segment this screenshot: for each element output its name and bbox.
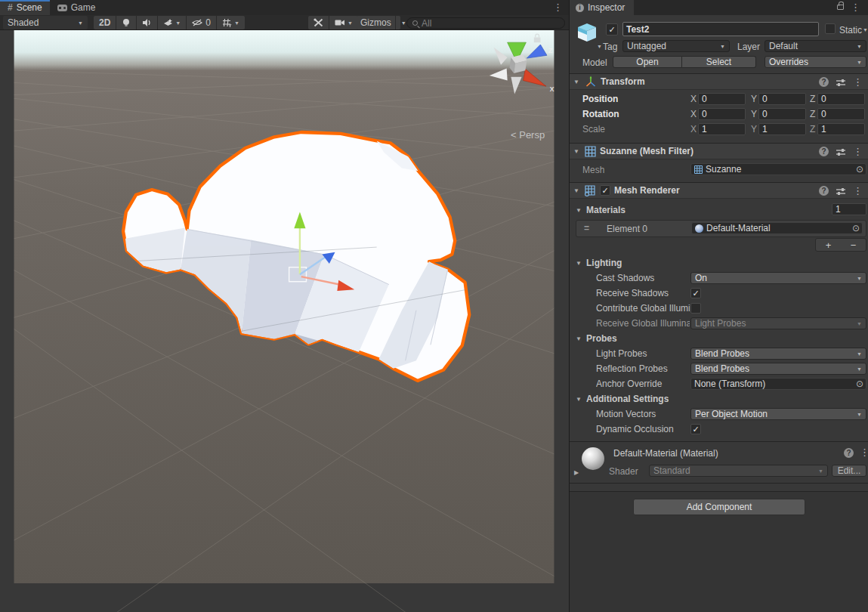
foldout-icon[interactable]: ▼ (573, 187, 581, 194)
kebab-menu-icon[interactable]: ⋮ (853, 76, 863, 88)
scale-x-field[interactable]: 1 (698, 123, 746, 135)
overrides-dropdown[interactable]: Overrides ▼ (765, 56, 866, 68)
position-y-field[interactable]: 0 (758, 93, 806, 105)
object-picker-icon[interactable]: ⊙ (852, 223, 860, 233)
add-material-button[interactable]: + (816, 239, 841, 251)
additional-settings-section[interactable]: ▼ Additional Settings (570, 392, 868, 406)
icon-dropdown-caret[interactable]: ▼ (597, 44, 602, 49)
chevron-down-icon[interactable]: ▼ (175, 20, 181, 26)
rotation-z-value: 0 (821, 109, 826, 119)
position-z-field[interactable]: 0 (817, 93, 865, 105)
mesh-renderer-enabled-checkbox[interactable]: ✓ (600, 185, 610, 196)
mesh-filter-header[interactable]: ▼ Suzanne (Mesh Filter) ? ⋮ (570, 143, 868, 159)
mesh-filter-title: Suzanne (Mesh Filter) (600, 146, 693, 156)
light-probes-dropdown[interactable]: Blend Probes ▼ (690, 348, 866, 360)
tab-scene[interactable]: # Scene (0, 0, 50, 15)
gameobject-name: Test2 (626, 24, 649, 35)
model-select-button[interactable]: Select (682, 56, 756, 68)
probes-section[interactable]: ▼ Probes (570, 332, 868, 346)
material-element-row[interactable]: = Element 0 Default-Material ⊙ (576, 220, 866, 237)
receive-shadows-checkbox[interactable]: ✓ (690, 288, 701, 298)
position-x-field[interactable]: 0 (698, 93, 746, 105)
help-icon[interactable]: ? (819, 77, 829, 87)
material-foldout-icon[interactable]: ▶ (574, 469, 582, 476)
tab-inspector[interactable]: i Inspector (570, 0, 634, 15)
material-preview-sphere[interactable] (582, 447, 604, 470)
foldout-icon[interactable]: ▼ (573, 79, 581, 85)
help-icon[interactable]: ? (844, 448, 854, 458)
static-checkbox[interactable] (825, 23, 836, 34)
rotation-y-field[interactable]: 0 (758, 108, 806, 120)
kebab-menu-icon[interactable]: ⋮ (860, 447, 868, 458)
remove-material-button[interactable]: − (841, 239, 866, 251)
inspector-menu-icon[interactable]: ⋮ (851, 2, 860, 13)
scene-search-input[interactable]: All (406, 17, 565, 29)
shader-edit-button[interactable]: Edit... (832, 465, 866, 477)
mesh-row: Mesh Suzanne ⊙ (570, 163, 868, 178)
scene-viewport[interactable]: x z < Persp (0, 30, 568, 612)
active-checkbox[interactable]: ✓ (606, 23, 618, 36)
scale-z-field[interactable]: 1 (817, 123, 865, 135)
add-component-button[interactable]: Add Component (633, 499, 805, 515)
scene-tab-menu-icon[interactable]: ⋮ (553, 2, 563, 13)
foldout-icon[interactable]: ▼ (576, 260, 583, 267)
shading-mode-dropdown[interactable]: Shaded ▼ (3, 16, 88, 29)
object-picker-icon[interactable]: ⊙ (856, 164, 863, 175)
motion-vectors-dropdown[interactable]: Per Object Motion ▼ (690, 408, 866, 420)
prefab-cube-icon[interactable] (576, 21, 598, 44)
mesh-object-field[interactable]: Suzanne ⊙ (690, 163, 866, 175)
static-dropdown-caret[interactable]: ▼ (863, 27, 868, 32)
scene-tools-button[interactable] (308, 16, 329, 29)
help-icon[interactable]: ? (819, 147, 829, 156)
probes-label: Probes (586, 333, 617, 344)
presets-icon[interactable] (836, 187, 846, 196)
contribute-gi-checkbox[interactable] (690, 303, 701, 314)
help-icon[interactable]: ? (819, 186, 829, 196)
hidden-objects-button[interactable]: 0 (187, 16, 217, 29)
object-picker-icon[interactable]: ⊙ (856, 379, 863, 389)
element0-object-field[interactable]: Default-Material ⊙ (691, 222, 863, 234)
dynamic-occlusion-checkbox[interactable]: ✓ (690, 424, 701, 434)
materials-count-field[interactable]: 1 (832, 203, 866, 215)
toggle-2d-button[interactable]: 2D (94, 16, 116, 29)
tab-game[interactable]: Game (50, 0, 103, 15)
receive-gi-label: Receive Global Illumination (596, 318, 690, 329)
scene-camera-button[interactable]: ▼ (329, 16, 358, 29)
foldout-icon[interactable]: ▼ (576, 207, 583, 214)
drag-handle-icon[interactable]: = (584, 223, 589, 233)
lighting-toggle-button[interactable] (116, 16, 137, 29)
anchor-override-field[interactable]: None (Transform) ⊙ (690, 378, 866, 390)
kebab-menu-icon[interactable]: ⋮ (853, 185, 863, 196)
transform-header[interactable]: ▼ Transform ? ⋮ (570, 73, 868, 90)
presets-icon[interactable] (836, 78, 846, 87)
audio-toggle-button[interactable] (137, 16, 158, 29)
lighting-section[interactable]: ▼ Lighting (570, 256, 868, 270)
mesh-renderer-header[interactable]: ▼ ✓ Mesh Renderer ? ⋮ (570, 182, 868, 199)
reflection-probes-dropdown[interactable]: Blend Probes ▼ (690, 363, 866, 375)
tag-dropdown[interactable]: Untagged ▼ (622, 40, 730, 52)
foldout-icon[interactable]: ▼ (576, 396, 583, 403)
presets-icon[interactable] (836, 147, 846, 156)
rotation-z-field[interactable]: 0 (817, 108, 865, 120)
effects-toggle-button[interactable]: ▼ (158, 16, 187, 29)
position-label: Position (582, 94, 618, 104)
chevron-down-icon[interactable]: ▼ (234, 20, 239, 26)
materials-row[interactable]: ▼ Materials 1 (570, 203, 868, 218)
rotation-x-field[interactable]: 0 (698, 108, 746, 120)
gizmos-dropdown[interactable]: Gizmos ▼ (357, 16, 400, 29)
scale-y-field[interactable]: 1 (758, 123, 806, 135)
layer-dropdown[interactable]: Default ▼ (765, 40, 866, 52)
cast-shadows-dropdown[interactable]: On ▼ (690, 272, 866, 284)
lock-icon[interactable] (837, 5, 844, 10)
gameobject-name-field[interactable]: Test2 (622, 22, 819, 36)
element0-label: Element 0 (607, 224, 647, 234)
foldout-icon[interactable]: ▼ (573, 148, 581, 155)
chevron-down-icon[interactable]: ▼ (348, 20, 353, 26)
model-open-button[interactable]: Open (613, 56, 682, 68)
foldout-icon[interactable]: ▼ (576, 335, 583, 342)
grid-visibility-button[interactable]: ▼ (217, 16, 245, 29)
shader-dropdown: Standard ▼ (649, 465, 828, 477)
kebab-menu-icon[interactable]: ⋮ (853, 146, 863, 157)
projection-mode-button[interactable]: < Persp (511, 129, 545, 141)
gizmo-z-label: z (548, 45, 553, 54)
